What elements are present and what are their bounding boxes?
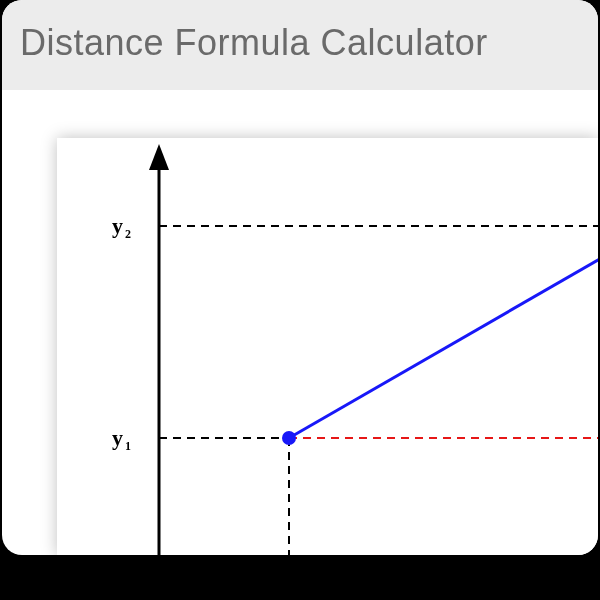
page-title: Distance Formula Calculator <box>20 22 580 64</box>
label-y1-sub: 1 <box>125 439 131 453</box>
calculator-card: Distance Formula Calculator y 2 <box>2 0 598 555</box>
label-y1: y <box>112 425 123 450</box>
distance-diagram: y 2 y 1 <box>57 138 598 555</box>
header: Distance Formula Calculator <box>2 0 598 90</box>
label-y2-sub: 2 <box>125 227 131 241</box>
y-axis-arrowhead <box>149 144 169 170</box>
distance-line <box>289 226 598 438</box>
label-y2: y <box>112 213 123 238</box>
diagram-panel: y 2 y 1 <box>57 138 598 555</box>
point-p1 <box>282 431 296 445</box>
